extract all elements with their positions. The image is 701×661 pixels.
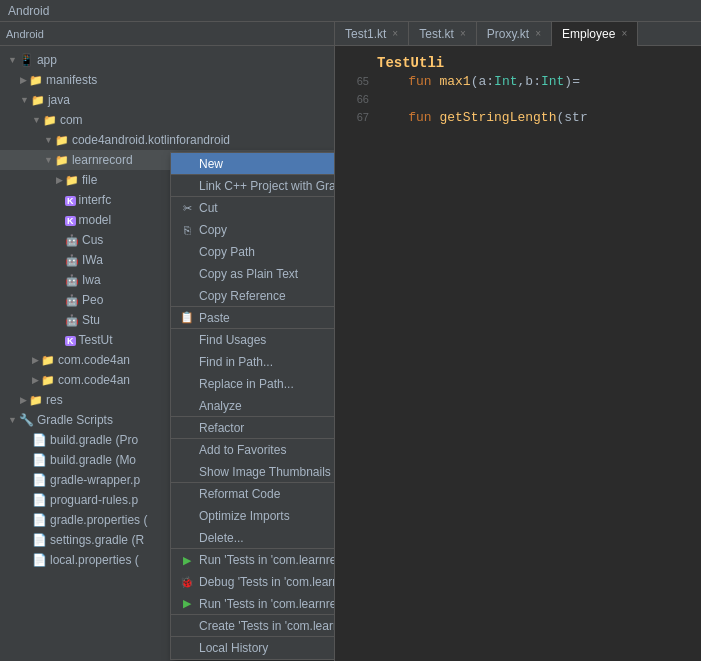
menu-label: Run 'Tests in 'com.learnrecord'': [199, 553, 335, 567]
tab-close[interactable]: ×: [621, 28, 627, 39]
tab-test[interactable]: Test.kt ×: [409, 22, 477, 46]
folder-icon: 📁: [41, 374, 55, 387]
menu-item-find-usages[interactable]: Find Usages Ctrl+G: [171, 329, 335, 351]
editor-line-67: 67 fun getStringLength(str: [335, 108, 701, 126]
tab-close[interactable]: ×: [392, 28, 398, 39]
folder-icon: 📁: [43, 114, 57, 127]
tree-label: proguard-rules.p: [50, 493, 138, 507]
coverage-icon: ▶: [179, 597, 195, 610]
menu-item-find-path[interactable]: Find in Path... Ctrl+H: [171, 351, 335, 373]
menu-item-analyze[interactable]: Analyze ▶: [171, 395, 335, 417]
tab-test1[interactable]: Test1.kt ×: [335, 22, 409, 46]
title-bar-text: Android: [8, 4, 49, 18]
tree-item-com[interactable]: ▼ 📁 com: [0, 110, 334, 130]
line-num: 67: [339, 111, 369, 123]
menu-label: Find Usages: [199, 333, 266, 347]
menu-item-link-cpp[interactable]: Link C++ Project with Gradle: [171, 175, 335, 197]
menu-item-refactor[interactable]: Refactor ▶: [171, 417, 335, 439]
tree-label: Peo: [82, 293, 103, 307]
sidebar: Android ▼ 📱 app ▶ 📁 manifests ▼ 📁 java: [0, 22, 335, 661]
menu-item-run-coverage[interactable]: ▶ Run 'Tests in 'com.learnrecord'' with …: [171, 593, 335, 615]
menu-item-copy[interactable]: ⎘ Copy Ctrl+C: [171, 219, 335, 241]
menu-item-optimize[interactable]: Optimize Imports Ctrl+Alt+O: [171, 505, 335, 527]
editor-area: Test1.kt × Test.kt × Proxy.kt × Employee…: [335, 22, 701, 661]
menu-label: Show Image Thumbnails: [199, 465, 331, 479]
tab-close[interactable]: ×: [460, 28, 466, 39]
menu-item-cut[interactable]: ✂ Cut Ctrl+X: [171, 197, 335, 219]
tree-label: learnrecord: [72, 153, 133, 167]
line-num: 66: [339, 93, 369, 105]
tree-label: java: [48, 93, 70, 107]
line-code: TestUtli: [377, 55, 444, 71]
tree-label: com: [60, 113, 83, 127]
menu-label: Copy Reference: [199, 289, 286, 303]
sidebar-header-label: Android: [6, 28, 44, 40]
folder-icon: 📁: [31, 94, 45, 107]
tree-label: Iwa: [82, 273, 101, 287]
cut-icon: ✂: [179, 202, 195, 215]
menu-item-copy-plain[interactable]: Copy as Plain Text: [171, 263, 335, 285]
menu-label: Cut: [199, 201, 218, 215]
kotlin-icon: K: [65, 335, 76, 346]
android-icon: 📱: [19, 53, 34, 67]
gradle-icon: 📄: [32, 513, 47, 527]
tree-item-app[interactable]: ▼ 📱 app: [0, 50, 334, 70]
menu-item-copy-path[interactable]: Copy Path Ctrl+Shift+C: [171, 241, 335, 263]
tree-label: code4android.kotlinforandroid: [72, 133, 230, 147]
kotlin-icon: K: [65, 215, 76, 226]
tree-label: res: [46, 393, 63, 407]
tree-label: IWa: [82, 253, 103, 267]
menu-label: Refactor: [199, 421, 244, 435]
menu-item-local-history[interactable]: Local History ▶: [171, 637, 335, 659]
editor-line-65: 65 fun max1(a:Int,b:Int)=: [335, 72, 701, 90]
tab-label: Test1.kt: [345, 27, 386, 41]
menu-label: Copy Path: [199, 245, 255, 259]
android-icon: 🤖: [65, 274, 79, 287]
tab-employee[interactable]: Employee ×: [552, 22, 638, 46]
tree-item-manifests[interactable]: ▶ 📁 manifests: [0, 70, 334, 90]
tree-label: model: [79, 213, 112, 227]
debug-icon: 🐞: [179, 576, 195, 589]
gradle-icon: 📄: [32, 473, 47, 487]
menu-label: Find in Path...: [199, 355, 273, 369]
copy-icon: ⎘: [179, 224, 195, 236]
tab-close[interactable]: ×: [535, 28, 541, 39]
menu-item-debug-tests[interactable]: 🐞 Debug 'Tests in 'com.learnrecord'': [171, 571, 335, 593]
menu-label: Paste: [199, 311, 230, 325]
menu-item-paste[interactable]: 📋 Paste Ctrl+V: [171, 307, 335, 329]
android-icon: 🤖: [65, 294, 79, 307]
android-icon: 🤖: [65, 234, 79, 247]
menu-item-favorites[interactable]: Add to Favorites: [171, 439, 335, 461]
tree-label: gradle-wrapper.p: [50, 473, 140, 487]
menu-item-reformat[interactable]: Reformat Code Ctrl+Alt+L: [171, 483, 335, 505]
menu-label: Copy: [199, 223, 227, 237]
menu-item-new[interactable]: New ▶: [171, 153, 335, 175]
gradle-icon: 📄: [32, 533, 47, 547]
tree-label: manifests: [46, 73, 97, 87]
tree-label: build.gradle (Pro: [50, 433, 138, 447]
tab-proxy[interactable]: Proxy.kt ×: [477, 22, 552, 46]
menu-label: Add to Favorites: [199, 443, 286, 457]
menu-item-delete[interactable]: Delete... Delete: [171, 527, 335, 549]
menu-item-copy-ref[interactable]: Copy Reference Ctrl+Alt+Shift+C: [171, 285, 335, 307]
tab-label: Proxy.kt: [487, 27, 529, 41]
menu-label: Analyze: [199, 399, 242, 413]
folder-icon: 📁: [41, 354, 55, 367]
menu-label: Delete...: [199, 531, 244, 545]
tree-item-java[interactable]: ▼ 📁 java: [0, 90, 334, 110]
gradle-icon: 🔧: [19, 413, 34, 427]
menu-label: Copy as Plain Text: [199, 267, 298, 281]
tree-item-code4android[interactable]: ▼ 📁 code4android.kotlinforandroid: [0, 130, 334, 150]
android-icon: 🤖: [65, 314, 79, 327]
gradle-icon: 📄: [32, 493, 47, 507]
android-icon: 🤖: [65, 254, 79, 267]
folder-icon: 📁: [55, 134, 69, 147]
tree-label: Cus: [82, 233, 103, 247]
menu-item-replace-path[interactable]: Replace in Path...: [171, 373, 335, 395]
menu-item-create-tests[interactable]: Create 'Tests in 'com.learnrecord''...: [171, 615, 335, 637]
menu-item-run-tests[interactable]: ▶ Run 'Tests in 'com.learnrecord'' Ctrl+…: [171, 549, 335, 571]
paste-icon: 📋: [179, 311, 195, 324]
menu-label: Run 'Tests in 'com.learnrecord'' with Co…: [199, 597, 335, 611]
menu-item-thumbnails[interactable]: Show Image Thumbnails: [171, 461, 335, 483]
editor-line-66: 66: [335, 90, 701, 108]
